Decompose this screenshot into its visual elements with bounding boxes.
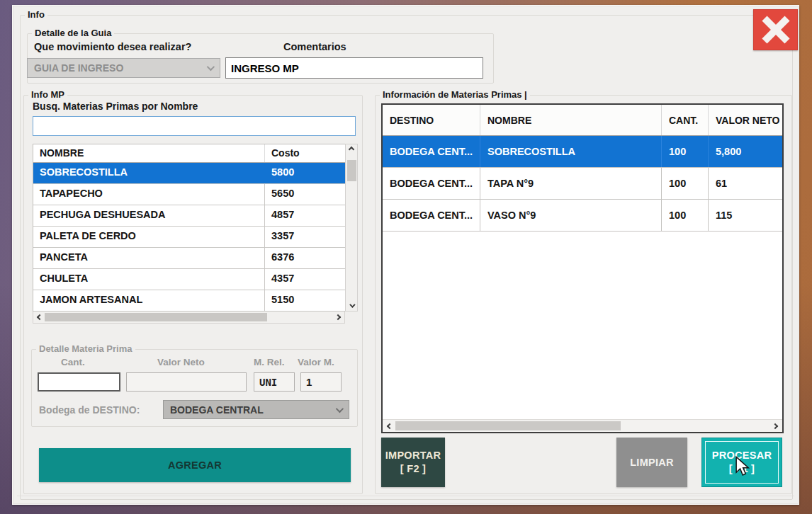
column-header-destino[interactable]: DESTINO [383,105,480,135]
comments-label: Comentarios [283,41,346,52]
valor-neto-input[interactable] [126,372,247,392]
items-groupbox-label: Información de Materias Primas | [380,89,530,100]
cell-valor-neto: 115 [708,200,782,231]
guide-groupbox-label: Detalle de la Guia [32,28,114,38]
cell-costo: 5650 [264,184,344,205]
chevron-down-icon [336,404,344,412]
scroll-up-icon[interactable] [349,147,354,152]
horizontal-scrollbar[interactable] [383,419,782,432]
column-header-valor-neto[interactable]: VALOR NETO [708,105,782,135]
info-groupbox-label: Info [25,9,47,20]
cell-nombre: VASO N°9 [480,200,661,231]
valor-m-label: Valor M. [298,357,334,367]
m-rel-label: M. Rel. [254,357,285,367]
cell-costo: 4857 [264,205,344,226]
cell-nombre: TAPAPECHO [33,184,264,205]
limpiar-button[interactable]: LIMPIAR [616,438,687,487]
table-row[interactable]: BODEGA CENT... VASO N°9 100 115 [383,200,782,232]
importar-button-label: IMPORTAR [385,449,441,462]
m-rel-input[interactable] [254,372,295,392]
materials-table-header: NOMBRE Costo [33,144,345,163]
cell-nombre: PECHUGA DESHUESADA [33,205,264,226]
table-row[interactable]: TAPAPECHO 5650 [33,184,345,205]
materials-table: NOMBRE Costo SOBRECOSTILLA 5800 TAPAPECH… [33,144,358,324]
scroll-left-icon[interactable] [37,314,43,320]
vertical-scrollbar[interactable] [345,144,358,312]
scroll-right-icon[interactable] [335,314,341,320]
search-label: Busq. Materias Primas por Nombre [33,101,198,112]
material-detail-groupbox-label: Detalle Materia Prima [36,343,135,354]
column-header-cant[interactable]: CANT. [661,105,708,135]
table-row[interactable]: CHULETA 4357 [33,269,345,290]
importar-button[interactable]: IMPORTAR [ F2 ] [381,438,445,487]
scroll-left-icon[interactable] [387,423,393,428]
bodega-destino-select[interactable]: BODEGA CENTRAL [163,400,349,419]
scrollbar-thumb[interactable] [45,313,267,321]
scroll-down-icon[interactable] [349,302,355,307]
close-button[interactable] [753,9,798,50]
table-row[interactable]: JAMON ARTESANAL 5150 [33,290,345,312]
bodega-destino-value: BODEGA CENTRAL [170,404,264,416]
comments-input[interactable] [225,57,483,79]
cell-destino: BODEGA CENT... [383,168,480,199]
search-input[interactable] [33,116,356,136]
chevron-down-icon [207,63,215,71]
materials-table-body: NOMBRE Costo SOBRECOSTILLA 5800 TAPAPECH… [33,144,345,312]
table-row[interactable]: BODEGA CENT... TAPA N°9 100 61 [383,168,782,200]
bodega-destino-label: Bodega de DESTINO: [39,404,140,416]
scroll-right-icon[interactable] [772,423,778,428]
cell-costo: 4357 [264,269,344,290]
valor-neto-label: Valor Neto [157,357,205,367]
table-row[interactable]: PECHUGA DESHUESADA 4857 [33,205,345,227]
cell-costo: 5150 [264,290,344,311]
mouse-cursor [734,456,751,477]
close-icon [760,15,791,45]
cell-valor-neto: 5,800 [708,136,782,167]
cell-nombre: TAPA N°9 [480,168,661,199]
cell-destino: BODEGA CENT... [383,200,480,231]
cell-nombre: SOBRECOSTILLA [480,136,661,167]
cell-nombre: JAMON ARTESANAL [33,290,264,311]
table-row[interactable]: SOBRECOSTILLA 5800 [33,163,345,184]
info-mp-groupbox-label: Info MP [28,89,67,100]
cell-nombre: PALETA DE CERDO [33,227,264,247]
importar-button-hotkey: [ F2 ] [400,462,426,476]
table-row[interactable]: PANCETA 6376 [33,248,345,269]
valor-m-input[interactable] [300,372,342,392]
cell-valor-neto: 61 [708,168,782,199]
cell-nombre: SOBRECOSTILLA [33,163,264,183]
items-table: DESTINO NOMBRE CANT. VALOR NETO BODEGA C… [381,103,784,433]
movement-type-select[interactable]: GUIA DE INGRESO [27,58,220,78]
movement-question-label: Que movimiento desea realizar? [34,41,191,52]
limpiar-button-label: LIMPIAR [630,457,674,468]
table-row[interactable]: PALETA DE CERDO 3357 [33,227,345,248]
cell-nombre: CHULETA [33,269,264,290]
cell-cant: 100 [661,168,708,199]
app-background: { "window": { "group_label": "Info" }, "… [0,0,812,514]
cell-nombre: PANCETA [33,248,264,268]
cant-input[interactable] [38,372,120,392]
cell-cant: 100 [661,200,708,231]
scrollbar-thumb[interactable] [395,421,621,430]
items-table-header: DESTINO NOMBRE CANT. VALOR NETO [383,105,782,136]
column-header-costo[interactable]: Costo [264,144,344,162]
movement-type-value: GUIA DE INGRESO [34,62,123,74]
cell-costo: 5800 [264,163,344,183]
cell-destino: BODEGA CENT... [383,136,480,167]
cell-costo: 3357 [264,227,344,247]
horizontal-scrollbar[interactable] [33,312,345,324]
agregar-button[interactable]: AGREGAR [39,448,351,482]
table-row[interactable]: BODEGA CENT... SOBRECOSTILLA 100 5,800 [383,136,782,168]
cell-costo: 6376 [264,248,344,268]
cell-cant: 100 [661,136,708,167]
column-header-nombre[interactable]: NOMBRE [480,105,661,135]
column-header-nombre[interactable]: NOMBRE [33,144,264,162]
cant-label: Cant. [61,357,85,367]
agregar-button-label: AGREGAR [168,459,222,471]
scrollbar-thumb[interactable] [347,160,356,181]
